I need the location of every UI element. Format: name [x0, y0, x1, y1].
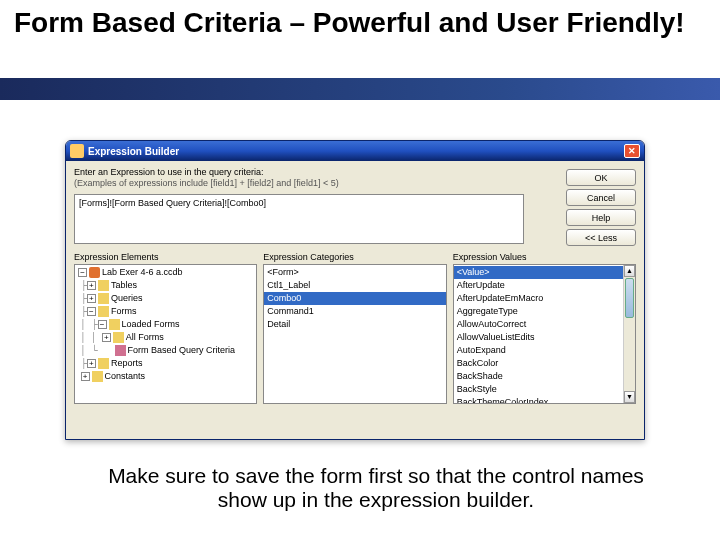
expression-textbox[interactable]: [Forms]![Form Based Query Criteria]![Com…	[74, 194, 524, 244]
tree-constants[interactable]: +Constants	[75, 370, 256, 383]
values-scrollbar[interactable]: ▲ ▼	[623, 265, 635, 403]
values-label: Expression Values	[453, 252, 636, 262]
tree-reports[interactable]: ├+Reports	[75, 357, 256, 370]
scrollbar-thumb[interactable]	[625, 278, 634, 318]
help-button[interactable]: Help	[566, 209, 636, 226]
less-button[interactable]: << Less	[566, 229, 636, 246]
list-item[interactable]: Command1	[264, 305, 445, 318]
list-item[interactable]: BackShade	[454, 370, 635, 383]
tree-all-forms[interactable]: │ │ +All Forms	[75, 331, 256, 344]
list-item[interactable]: AggregateType	[454, 305, 635, 318]
list-item-selected[interactable]: Combo0	[264, 292, 445, 305]
title-underline	[0, 78, 720, 100]
list-item[interactable]: AfterUpdateEmMacro	[454, 292, 635, 305]
list-item[interactable]: BackThemeColorIndex	[454, 396, 635, 404]
categories-label: Expression Categories	[263, 252, 446, 262]
example-text: (Examples of expressions include [field1…	[74, 178, 636, 188]
tree-forms[interactable]: ├−Forms	[75, 305, 256, 318]
scroll-down-arrow-icon[interactable]: ▼	[624, 391, 635, 403]
list-item[interactable]: AfterUpdate	[454, 279, 635, 292]
elements-tree[interactable]: −Lab Exer 4-6 a.ccdb ├+Tables ├+Queries …	[74, 264, 257, 404]
list-item[interactable]: <Form>	[264, 266, 445, 279]
list-item[interactable]: BackStyle	[454, 383, 635, 396]
list-item[interactable]: AllowAutoCorrect	[454, 318, 635, 331]
values-list[interactable]: <Value> AfterUpdate AfterUpdateEmMacro A…	[453, 264, 636, 404]
prompt-text: Enter an Expression to use in the query …	[74, 167, 636, 177]
slide-caption: Make sure to save the form first so that…	[92, 464, 660, 512]
list-item[interactable]: AllowValueListEdits	[454, 331, 635, 344]
expression-value: [Forms]![Form Based Query Criteria]![Com…	[79, 198, 266, 208]
list-item-selected[interactable]: <Value>	[454, 266, 635, 279]
tree-tables[interactable]: ├+Tables	[75, 279, 256, 292]
dialog-title: Expression Builder	[88, 146, 179, 157]
expression-builder-dialog: Expression Builder ✕ Enter an Expression…	[65, 140, 645, 440]
close-button[interactable]: ✕	[624, 144, 640, 158]
slide-title: Form Based Criteria – Powerful and User …	[14, 8, 685, 39]
cancel-button[interactable]: Cancel	[566, 189, 636, 206]
scroll-up-arrow-icon[interactable]: ▲	[624, 265, 635, 277]
list-item[interactable]: BackColor	[454, 357, 635, 370]
categories-list[interactable]: <Form> Ctl1_Label Combo0 Command1 Detail	[263, 264, 446, 404]
title-band: Form Based Criteria – Powerful and User …	[0, 0, 720, 100]
tree-root[interactable]: −Lab Exer 4-6 a.ccdb	[75, 266, 256, 279]
elements-label: Expression Elements	[74, 252, 257, 262]
dialog-titlebar[interactable]: Expression Builder ✕	[66, 141, 644, 161]
list-item[interactable]: Detail	[264, 318, 445, 331]
app-icon	[70, 144, 84, 158]
list-item[interactable]: Ctl1_Label	[264, 279, 445, 292]
tree-queries[interactable]: ├+Queries	[75, 292, 256, 305]
tree-current-form[interactable]: │ └ Form Based Query Criteria	[75, 344, 256, 357]
list-item[interactable]: AutoExpand	[454, 344, 635, 357]
tree-loaded-forms[interactable]: │ ├−Loaded Forms	[75, 318, 256, 331]
ok-button[interactable]: OK	[566, 169, 636, 186]
